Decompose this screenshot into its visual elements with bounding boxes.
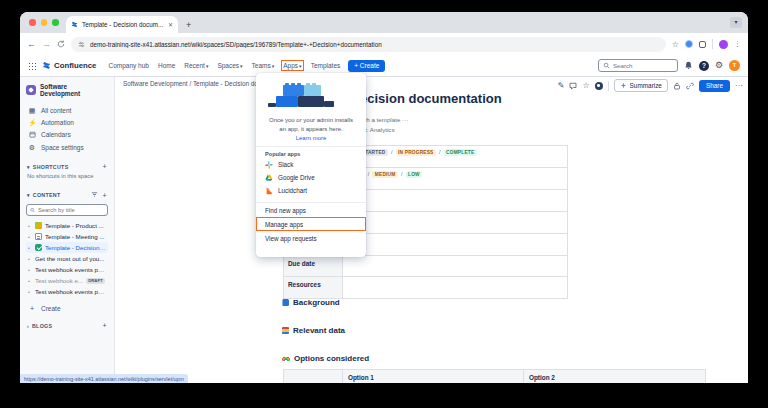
menu-item-find-new-apps[interactable]: Find new apps <box>256 203 366 217</box>
tree-item-test-webhook-draft[interactable]: •Test webhook e...DRAFT <box>26 275 108 286</box>
checkmark-doc-icon <box>35 244 42 251</box>
plus-icon: + <box>28 305 36 312</box>
lego-bricks-illustration <box>256 80 366 112</box>
confluence-logo[interactable]: Confluence <box>42 61 96 70</box>
menu-item-view-app-requests[interactable]: View app requests <box>256 231 366 245</box>
chevron-right-icon: › <box>27 323 29 329</box>
tree-item-test-webhook-2[interactable]: •Test webhook events pa... <box>26 286 108 297</box>
nav-home[interactable]: Home <box>158 62 175 69</box>
address-bar[interactable]: demo-training-site-x41.atlassian.net/wik… <box>71 37 666 52</box>
summarize-button[interactable]: Summarize <box>614 79 668 92</box>
browser-actions: ☆ ⋮ <box>672 39 741 49</box>
browser-menu-icon[interactable]: ⋮ <box>734 40 741 48</box>
status-bar-url: https://demo-training-site-x41.atlassian… <box>20 374 188 383</box>
tree-item-bullet: • <box>28 223 32 229</box>
impact-lozenge: MEDIUM <box>372 171 398 178</box>
browser-profile-avatar[interactable] <box>719 40 728 49</box>
zoom-window-button[interactable] <box>52 19 59 26</box>
forward-icon[interactable]: → <box>42 40 51 49</box>
back-icon[interactable]: ← <box>27 40 36 49</box>
sidebar-item-space-settings[interactable]: ⚙Space settings <box>26 141 108 153</box>
shortcuts-empty-text: No shortcuts in this space <box>26 172 108 181</box>
nav-templates[interactable]: Templates <box>311 62 341 69</box>
nav-apps[interactable]: Apps▾ <box>283 62 301 69</box>
lock-icon[interactable] <box>673 82 681 90</box>
row-header-resources: Resources <box>284 277 343 298</box>
tree-item-test-webhook-1[interactable]: •Test webhook events pa... <box>26 264 108 275</box>
tree-item-template-meeting[interactable]: •Template - Meeting ... <box>26 231 108 242</box>
comment-icon[interactable] <box>569 82 577 90</box>
extensions-puzzle-icon[interactable] <box>699 41 706 48</box>
page-toolbar: ✎ ☆ Summarize Share ··· <box>558 79 743 92</box>
page-content: Software Development / Template - Decisi… <box>115 77 748 383</box>
breadcrumb-space-link[interactable]: Software Development <box>123 80 188 87</box>
top-navigation: Company hub Home Recent▾ Spaces▾ Teams▾ … <box>108 62 340 69</box>
bookmark-star-icon[interactable]: ☆ <box>672 40 679 49</box>
browser-tab[interactable]: Template - Decision docum... ✕ <box>66 16 178 33</box>
settings-gear-icon[interactable]: ⚙ <box>715 61 723 70</box>
sidebar-item-automation[interactable]: ⚡Automation <box>26 116 108 128</box>
tree-item-bullet: • <box>28 245 32 251</box>
search-icon <box>30 207 35 213</box>
user-avatar[interactable]: T <box>729 60 740 71</box>
confluence-logo-icon <box>42 61 51 70</box>
row-header-due-date: Due date <box>284 256 343 276</box>
lightning-icon: ⚡ <box>28 119 36 126</box>
add-content-icon[interactable]: + <box>103 192 107 199</box>
link-icon[interactable] <box>686 82 694 90</box>
content-section-header[interactable]: ▾ CONTENT + <box>26 189 108 201</box>
tree-item-get-the-most[interactable]: •Get the most out of you... <box>26 253 108 264</box>
sidebar-item-all-content[interactable]: ▦All content <box>26 104 108 116</box>
menu-item-slack[interactable]: Slack <box>256 158 366 171</box>
edit-pencil-icon[interactable]: ✎ <box>558 82 565 90</box>
nav-spaces[interactable]: Spaces▾ <box>217 62 242 69</box>
nav-company-hub[interactable]: Company hub <box>108 62 148 69</box>
sidebar-create-item[interactable]: +Create <box>26 302 108 314</box>
more-menu-icon[interactable]: ··· <box>735 82 743 90</box>
space-header[interactable]: Software Development <box>26 83 108 97</box>
close-window-button[interactable] <box>29 19 36 26</box>
new-tab-button[interactable]: + <box>186 20 191 30</box>
reload-icon[interactable] <box>57 40 65 48</box>
tree-item-template-product[interactable]: •Template - Product ... <box>26 220 108 231</box>
options-header-option2: Option 2 <box>524 370 705 383</box>
tree-item-template-decision[interactable]: •Template - Decision ... <box>26 242 108 253</box>
share-button[interactable]: Share <box>699 80 730 92</box>
nav-recent[interactable]: Recent▾ <box>184 62 208 69</box>
filter-icon[interactable] <box>91 191 98 199</box>
toolbar-divider <box>608 81 609 91</box>
global-search[interactable] <box>598 59 678 72</box>
chevron-down-icon: ▾ <box>27 192 30 198</box>
add-shortcut-icon[interactable]: + <box>103 163 107 170</box>
menu-item-lucidchart[interactable]: Lucidchart <box>256 184 366 197</box>
search-input[interactable] <box>613 62 673 69</box>
tree-search-box[interactable] <box>26 204 108 216</box>
favorite-star-icon[interactable]: ☆ <box>582 82 589 90</box>
tree-search-input[interactable] <box>38 207 104 213</box>
tree-item-bullet: • <box>28 278 32 284</box>
notifications-bell-icon[interactable] <box>684 61 693 70</box>
create-button[interactable]: + Create <box>348 60 385 72</box>
confluence-favicon <box>71 21 78 28</box>
nav-teams[interactable]: Teams▾ <box>252 62 275 69</box>
blogs-section-header[interactable]: › BLOGS + <box>26 320 108 331</box>
status-lozenge: IN PROGRESS <box>396 149 437 156</box>
watch-icon[interactable] <box>595 82 603 90</box>
minimize-window-button[interactable] <box>41 19 48 26</box>
sidebar-item-calendars[interactable]: Calendars <box>26 128 108 141</box>
menu-item-manage-apps[interactable]: Manage apps <box>256 217 366 231</box>
tab-close-icon[interactable]: ✕ <box>168 21 173 28</box>
grid-icon: ▦ <box>28 107 36 114</box>
chevron-down-icon: ▾ <box>206 63 209 69</box>
extension-icon[interactable] <box>685 40 693 48</box>
help-icon[interactable]: ? <box>699 61 709 71</box>
add-blog-icon[interactable]: + <box>103 322 107 329</box>
menu-item-google-drive[interactable]: Google Drive <box>256 171 366 184</box>
learn-more-link[interactable]: Learn more <box>256 135 366 141</box>
tab-list-chevron-button[interactable]: ▾ <box>730 17 742 28</box>
url-text: demo-training-site-x41.atlassian.net/wik… <box>90 41 382 48</box>
options-header-option1: Option 1 <box>343 370 524 383</box>
shortcuts-section-header[interactable]: ▾ SHORTCUTS + <box>26 161 108 172</box>
site-info-icon[interactable] <box>78 41 85 48</box>
app-switcher-icon[interactable] <box>28 62 36 70</box>
